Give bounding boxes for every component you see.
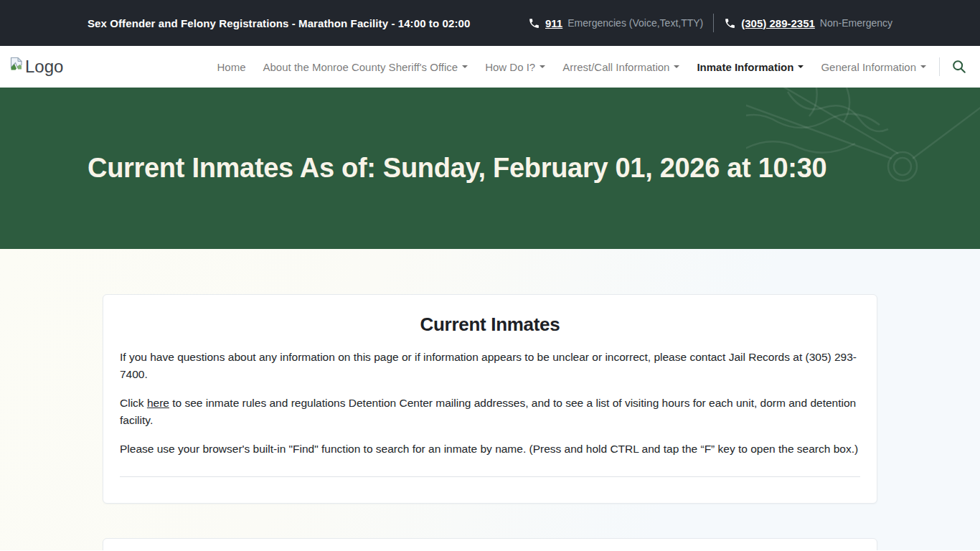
chevron-down-icon: [920, 65, 926, 68]
non-emergency-phone-link[interactable]: (305) 289-2351 Non-Emergency: [724, 17, 892, 29]
page-title: Current Inmates As of: Sunday, February …: [88, 153, 826, 184]
chevron-down-icon: [798, 65, 804, 68]
broken-image-icon: [9, 56, 24, 72]
link-paragraph-prefix: Click: [120, 397, 147, 409]
announcement-text: Sex Offender and Felony Registrations - …: [88, 17, 470, 29]
top-bar: Sex Offender and Felony Registrations - …: [0, 0, 980, 46]
emergency-phone-link[interactable]: 911 Emergencies (Voice,Text,TTY): [528, 17, 703, 29]
link-paragraph-suffix: to see inmate rules and regulations Dete…: [120, 397, 856, 426]
paragraph-rules-link: Click here to see inmate rules and regul…: [120, 395, 860, 429]
logo-alt-text: Logo: [25, 56, 63, 77]
nav-item-how-do-i[interactable]: How Do I?: [479, 55, 551, 79]
phone-links: 911 Emergencies (Voice,Text,TTY) (305) 2…: [528, 14, 892, 32]
chevron-down-icon: [462, 65, 468, 68]
nav-item-about[interactable]: About the Monroe County Sheriff's Office: [258, 55, 474, 79]
hero-banner: Current Inmates As of: Sunday, February …: [0, 88, 980, 249]
paragraph-find-instructions: Please use your browser's built-in "Find…: [120, 441, 860, 458]
intro-card: Current Inmates If you have questions ab…: [103, 294, 877, 504]
site-logo[interactable]: Logo: [9, 56, 63, 77]
card-heading: Current Inmates: [120, 314, 860, 336]
search-button[interactable]: [947, 56, 971, 77]
here-link[interactable]: here: [147, 397, 169, 409]
main-nav: Home About the Monroe County Sheriff's O…: [209, 55, 936, 79]
nav-item-home[interactable]: Home: [212, 55, 252, 79]
divider: [713, 14, 714, 32]
inmate-list-card: [103, 538, 877, 550]
chevron-down-icon: [540, 65, 545, 68]
content-area: Current Inmates If you have questions ab…: [0, 249, 980, 550]
nav-item-inmate-information[interactable]: Inmate Information: [691, 55, 809, 79]
nav-item-general-information[interactable]: General Information: [815, 55, 932, 79]
emergency-label: Emergencies (Voice,Text,TTY): [567, 17, 703, 29]
phone-icon: [528, 17, 540, 29]
divider: [939, 57, 940, 76]
emergency-number: 911: [545, 17, 562, 29]
paragraph-contact-info: If you have questions about any informat…: [120, 349, 860, 383]
phone-icon: [724, 17, 736, 29]
non-emergency-label: Non-Emergency: [820, 17, 892, 29]
search-icon: [951, 59, 967, 75]
divider: [120, 476, 860, 477]
main-navbar: Logo Home About the Monroe County Sherif…: [0, 46, 980, 88]
chevron-down-icon: [674, 65, 679, 68]
nav-item-arrest-call-information[interactable]: Arrest/Call Information: [557, 55, 685, 79]
non-emergency-number: (305) 289-2351: [741, 17, 815, 29]
